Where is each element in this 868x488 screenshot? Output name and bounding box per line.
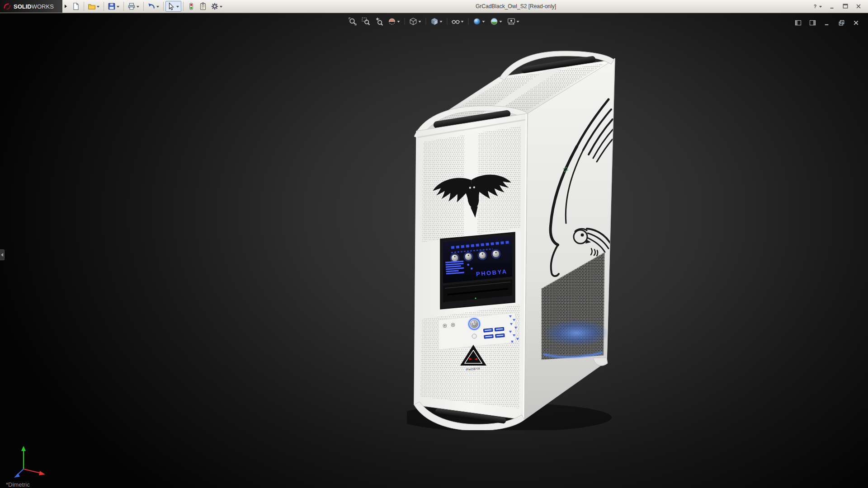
gear-icon xyxy=(211,2,219,10)
zoom-fit-icon xyxy=(349,17,357,26)
orientation-triad xyxy=(12,444,52,482)
pane-left-icon xyxy=(795,19,802,26)
close-window-button[interactable] xyxy=(854,2,863,10)
edit-appearance-button[interactable] xyxy=(471,16,487,26)
hide-show-items-button[interactable] xyxy=(450,16,466,26)
folder-icon xyxy=(88,2,96,10)
window-title: GrCadBlack_Owl_S2 [Read-only] xyxy=(476,0,556,13)
options-button[interactable] xyxy=(209,1,225,12)
undo-icon xyxy=(147,2,156,10)
reset-button[interactable] xyxy=(472,334,476,338)
close-document-button[interactable] xyxy=(851,17,861,28)
expand-display-pane-button[interactable] xyxy=(807,17,818,28)
clipboard-icon xyxy=(199,2,207,10)
caret-down-icon[interactable] xyxy=(461,21,464,23)
toolbar-separator xyxy=(183,2,184,11)
caret-down-icon[interactable] xyxy=(500,21,502,23)
toolbar-separator xyxy=(163,2,164,11)
view-cube-icon xyxy=(409,17,418,26)
caret-down-icon[interactable] xyxy=(117,6,119,8)
rebuild-icon xyxy=(187,2,195,10)
brand: SOLIDWORKS xyxy=(0,0,62,13)
solidworks-window: SOLIDWORKS GrCadBlack_Owl_S2 [Read-only]… xyxy=(0,0,868,488)
new-document-button[interactable] xyxy=(70,1,82,12)
toolbar-separator xyxy=(405,18,405,25)
close-icon xyxy=(855,3,862,9)
pane-right-icon xyxy=(809,19,816,26)
undo-button[interactable] xyxy=(146,1,161,12)
minimize-icon xyxy=(824,19,830,26)
apply-scene-button[interactable] xyxy=(488,16,505,26)
window-controls: ? xyxy=(811,2,868,10)
printer-icon xyxy=(127,2,136,10)
minimize-window-button[interactable] xyxy=(828,2,836,10)
zoom-area-icon xyxy=(362,17,370,26)
select-button[interactable] xyxy=(165,1,181,12)
chevron-left-icon xyxy=(1,253,3,257)
caret-down-icon[interactable] xyxy=(220,6,222,8)
toolbar-separator xyxy=(104,2,104,11)
section-view-button[interactable] xyxy=(386,16,402,26)
restore-document-button[interactable] xyxy=(836,17,847,28)
fan-controller-lcd[interactable]: PHOBYA xyxy=(440,232,515,309)
display-style-icon xyxy=(430,17,439,26)
caret-down-icon[interactable] xyxy=(819,6,822,8)
appearance-ball-icon xyxy=(473,17,481,26)
orientation-label: *Dimetric xyxy=(6,481,30,488)
minimize-icon xyxy=(829,3,835,9)
previous-view-button[interactable] xyxy=(373,16,385,26)
zoom-to-area-button[interactable] xyxy=(360,16,372,26)
feature-panel-flyout-tab[interactable] xyxy=(0,249,5,260)
main-toolbar xyxy=(70,1,225,12)
title-bar: SOLIDWORKS GrCadBlack_Owl_S2 [Read-only]… xyxy=(0,0,868,13)
caret-down-icon[interactable] xyxy=(137,6,139,8)
caret-down-icon[interactable] xyxy=(440,21,443,23)
open-button[interactable] xyxy=(86,1,102,12)
model-3d-pc-case[interactable]: PHOBYA xyxy=(407,42,624,430)
caret-down-icon[interactable] xyxy=(97,6,99,8)
floppy-icon xyxy=(108,2,116,10)
help-icon: ? xyxy=(812,3,818,9)
glasses-icon xyxy=(452,17,460,26)
brand-text: SOLIDWORKS xyxy=(14,3,54,10)
print-button[interactable] xyxy=(126,1,142,12)
maximize-icon xyxy=(842,3,849,9)
graphics-viewport[interactable]: PHOBYA xyxy=(0,13,868,488)
file-properties-button[interactable] xyxy=(197,1,209,12)
caret-down-icon[interactable] xyxy=(517,21,519,23)
front-panel: PHOBYA xyxy=(414,113,528,420)
toolbar-separator xyxy=(123,2,124,11)
restore-icon xyxy=(838,19,845,26)
solidworks-logo-icon xyxy=(3,2,11,10)
display-style-button[interactable] xyxy=(429,16,445,26)
expand-feature-pane-button[interactable] xyxy=(793,17,803,28)
section-view-icon xyxy=(388,17,396,26)
svg-text:?: ? xyxy=(814,4,816,9)
caret-down-icon[interactable] xyxy=(482,21,485,23)
scene-ball-icon xyxy=(490,17,499,26)
previous-view-icon xyxy=(375,17,383,26)
brand-text-light: WORKS xyxy=(32,3,54,10)
rebuild-button[interactable] xyxy=(185,1,197,12)
caret-down-icon[interactable] xyxy=(419,21,421,23)
view-orientation-button[interactable] xyxy=(407,16,424,26)
cursor-icon xyxy=(167,2,175,10)
caret-down-icon[interactable] xyxy=(156,6,159,8)
toolbar-separator xyxy=(143,2,144,11)
caret-down-icon[interactable] xyxy=(397,21,400,23)
menu-flyout-arrow[interactable] xyxy=(65,5,67,8)
heads-up-view-toolbar xyxy=(347,16,522,26)
zoom-to-fit-button[interactable] xyxy=(347,16,359,26)
toolbar-separator xyxy=(468,18,469,25)
maximize-window-button[interactable] xyxy=(841,2,849,10)
minimize-document-button[interactable] xyxy=(822,17,832,28)
toolbar-separator xyxy=(84,2,84,11)
view-settings-button[interactable] xyxy=(505,16,522,26)
toolbar-separator xyxy=(426,18,426,25)
caret-down-icon[interactable] xyxy=(176,6,179,8)
power-button[interactable] xyxy=(469,319,480,329)
help-button[interactable]: ? xyxy=(811,2,823,10)
save-button[interactable] xyxy=(106,1,122,12)
view-settings-icon xyxy=(507,17,516,26)
document-window-controls xyxy=(793,17,861,28)
